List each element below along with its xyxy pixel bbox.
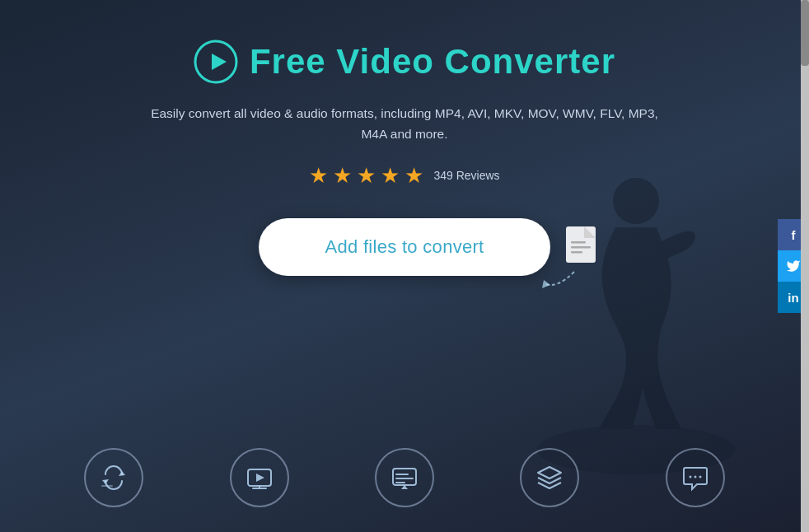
svg-rect-15: [252, 488, 267, 489]
star-2: ★: [333, 163, 352, 189]
svg-rect-12: [101, 485, 113, 487]
subtitles-icon: [390, 463, 419, 492]
scrollbar-thumb[interactable]: [801, 0, 809, 66]
app-logo-icon: [194, 40, 238, 84]
bottom-icon-player: [230, 448, 289, 507]
star-1: ★: [309, 163, 328, 189]
bottom-icon-chat: [666, 448, 725, 507]
convert-icon: [99, 463, 129, 492]
chat-icon-circle: [666, 448, 725, 507]
player-icon-circle: [230, 448, 289, 507]
layers-icon-circle: [520, 448, 579, 507]
bottom-icon-convert: [84, 448, 143, 507]
star-4: ★: [381, 163, 400, 189]
svg-marker-14: [256, 474, 264, 482]
chat-icon: [680, 463, 710, 492]
player-icon: [245, 463, 274, 492]
subtitles-icon-circle: [375, 448, 434, 507]
main-content: Free Video Converter Easily convert all …: [0, 0, 809, 276]
scrollbar[interactable]: [801, 0, 809, 532]
svg-point-24: [699, 476, 701, 478]
bottom-icon-layers: [520, 448, 579, 507]
drag-decoration: [529, 222, 611, 308]
svg-point-22: [689, 476, 691, 478]
svg-marker-11: [102, 479, 109, 484]
svg-marker-9: [212, 54, 227, 70]
star-3: ★: [357, 163, 376, 189]
bottom-icon-subtitles: [375, 448, 434, 507]
star-5: ★: [404, 163, 423, 189]
twitter-icon: [786, 259, 801, 273]
layers-icon: [535, 463, 564, 492]
bottom-icons-row: [0, 448, 809, 507]
svg-marker-21: [538, 467, 561, 478]
reviews-count: 349 Reviews: [433, 169, 499, 182]
svg-marker-10: [119, 471, 125, 476]
add-files-button[interactable]: Add files to convert: [259, 218, 549, 276]
stars-row: ★ ★ ★ ★ ★ 349 Reviews: [309, 163, 499, 189]
logo-area: Free Video Converter: [194, 40, 615, 84]
svg-marker-7: [542, 280, 550, 288]
app-title: Free Video Converter: [250, 42, 615, 82]
convert-icon-circle: [84, 448, 143, 507]
svg-point-23: [694, 476, 696, 478]
app-subtitle: Easily convert all video & audio formats…: [149, 104, 660, 145]
